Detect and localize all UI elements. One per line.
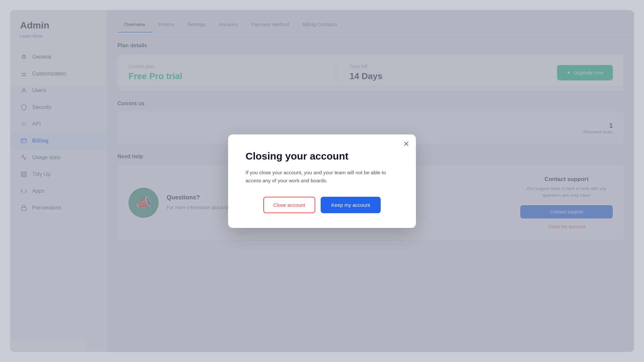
modal-title: Closing your account <box>246 150 398 162</box>
close-account-button[interactable]: Close account <box>263 197 315 213</box>
modal-close-button[interactable]: ✕ <box>403 140 409 148</box>
keep-account-button[interactable]: Keep my account <box>321 197 381 213</box>
close-account-modal: ✕ Closing your account If you close your… <box>228 134 416 228</box>
modal-body: If you close your account, you and your … <box>246 169 398 185</box>
modal-overlay: ✕ Closing your account If you close your… <box>10 10 634 352</box>
modal-actions: Close account Keep my account <box>246 197 398 213</box>
